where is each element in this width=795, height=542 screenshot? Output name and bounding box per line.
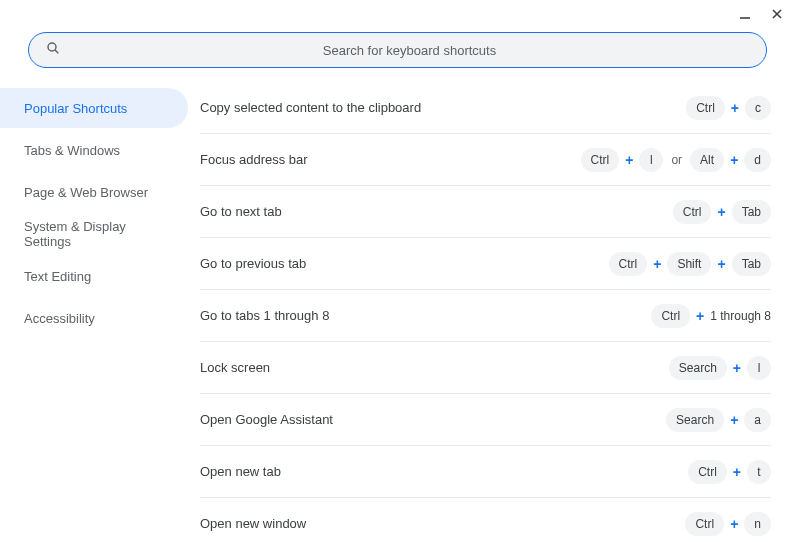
shortcut-row: Go to previous tabCtrl+Shift+Tab — [200, 238, 771, 290]
shortcut-label: Copy selected content to the clipboard — [200, 100, 686, 115]
sidebar-item-label: Popular Shortcuts — [24, 101, 127, 116]
close-button[interactable] — [767, 4, 787, 24]
plus-icon: + — [730, 412, 738, 428]
shortcut-label: Lock screen — [200, 360, 669, 375]
sidebar-item-label: Tabs & Windows — [24, 143, 120, 158]
key: Ctrl — [609, 252, 648, 276]
key: n — [744, 512, 771, 536]
key: Shift — [667, 252, 711, 276]
key: c — [745, 96, 771, 120]
key-combo: Ctrl+1 through 8 — [651, 304, 771, 328]
key: Alt — [690, 148, 724, 172]
key: a — [744, 408, 771, 432]
key: Tab — [732, 200, 771, 224]
key: Ctrl — [673, 200, 712, 224]
key-combo: Ctrl+Shift+Tab — [609, 252, 771, 276]
shortcut-label: Go to tabs 1 through 8 — [200, 308, 651, 323]
sidebar-item-label: Text Editing — [24, 269, 91, 284]
key: Tab — [732, 252, 771, 276]
search-bar[interactable] — [28, 32, 767, 68]
sidebar-item-label: System & Display Settings — [24, 219, 164, 249]
key: Ctrl — [581, 148, 620, 172]
sidebar-item-1[interactable]: Tabs & Windows — [0, 130, 188, 170]
shortcut-row: Open new windowCtrl+n — [200, 498, 771, 542]
key: l — [639, 148, 663, 172]
key: Ctrl — [685, 512, 724, 536]
shortcut-label: Open Google Assistant — [200, 412, 666, 427]
titlebar — [0, 0, 795, 28]
key: Ctrl — [686, 96, 725, 120]
plus-icon: + — [733, 360, 741, 376]
plus-icon: + — [717, 204, 725, 220]
sidebar-item-3[interactable]: System & Display Settings — [0, 214, 188, 254]
shortcut-list: Copy selected content to the clipboardCt… — [200, 82, 795, 542]
shortcut-row: Go to next tabCtrl+Tab — [200, 186, 771, 238]
search-input[interactable] — [69, 43, 750, 58]
key: t — [747, 460, 771, 484]
key-combo: Ctrl+Tab — [673, 200, 771, 224]
plus-icon: + — [717, 256, 725, 272]
key-combo: Search+a — [666, 408, 771, 432]
shortcut-label: Go to previous tab — [200, 256, 609, 271]
plus-icon: + — [653, 256, 661, 272]
shortcut-label: Open new window — [200, 516, 685, 531]
plus-icon: + — [625, 152, 633, 168]
key-range: 1 through 8 — [710, 309, 771, 323]
search-container — [0, 28, 795, 82]
key-combo: Search+l — [669, 356, 771, 380]
plus-icon: + — [730, 516, 738, 532]
shortcut-row: Open Google AssistantSearch+a — [200, 394, 771, 446]
svg-line-4 — [55, 50, 58, 53]
shortcut-label: Go to next tab — [200, 204, 673, 219]
shortcut-row: Go to tabs 1 through 8Ctrl+1 through 8 — [200, 290, 771, 342]
key: Search — [666, 408, 724, 432]
sidebar-item-label: Page & Web Browser — [24, 185, 148, 200]
key: d — [744, 148, 771, 172]
sidebar-item-5[interactable]: Accessibility — [0, 298, 188, 338]
search-icon — [45, 40, 61, 60]
plus-icon: + — [730, 152, 738, 168]
key-combo: Ctrl+n — [685, 512, 771, 536]
shortcut-row: Focus address barCtrl+lorAlt+d — [200, 134, 771, 186]
key-combo: Ctrl+c — [686, 96, 771, 120]
key: Ctrl — [688, 460, 727, 484]
plus-icon: + — [696, 308, 704, 324]
sidebar-item-2[interactable]: Page & Web Browser — [0, 172, 188, 212]
sidebar-item-label: Accessibility — [24, 311, 95, 326]
plus-icon: + — [733, 464, 741, 480]
combo-separator: or — [669, 153, 684, 167]
key-combo: Ctrl+lorAlt+d — [581, 148, 771, 172]
key: Ctrl — [651, 304, 690, 328]
shortcut-label: Open new tab — [200, 464, 688, 479]
shortcut-row: Lock screenSearch+l — [200, 342, 771, 394]
svg-point-3 — [48, 43, 56, 51]
content: Popular ShortcutsTabs & WindowsPage & We… — [0, 82, 795, 542]
shortcut-row: Open new tabCtrl+t — [200, 446, 771, 498]
key: Search — [669, 356, 727, 380]
key: l — [747, 356, 771, 380]
sidebar-item-0[interactable]: Popular Shortcuts — [0, 88, 188, 128]
key-combo: Ctrl+t — [688, 460, 771, 484]
minimize-button[interactable] — [735, 4, 755, 24]
shortcut-row: Copy selected content to the clipboardCt… — [200, 82, 771, 134]
shortcut-label: Focus address bar — [200, 152, 581, 167]
sidebar-item-4[interactable]: Text Editing — [0, 256, 188, 296]
sidebar: Popular ShortcutsTabs & WindowsPage & We… — [0, 82, 200, 542]
plus-icon: + — [731, 100, 739, 116]
